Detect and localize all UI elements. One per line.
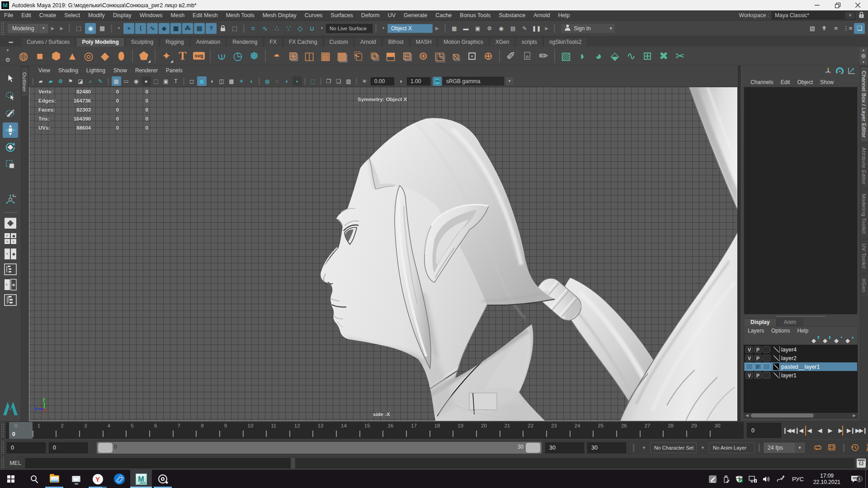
wireframe-icon[interactable]: ◻ — [187, 76, 197, 86]
menu-item[interactable]: Select — [60, 10, 84, 20]
separator[interactable] — [262, 48, 269, 64]
menu-item[interactable]: Surfaces — [326, 10, 357, 20]
side-panel-tab[interactable]: Channel Box / Layer Editor — [860, 67, 868, 142]
command-language-toggle[interactable]: MEL — [5, 460, 25, 466]
playback-start-field[interactable]: 0 — [49, 442, 88, 453]
multi-cut-icon[interactable]: ⊟ — [399, 48, 415, 64]
side-panel-tab[interactable]: XGen — [860, 274, 868, 296]
uv-cylindrical-icon[interactable]: ◗ — [574, 48, 590, 64]
channel-box-menu-item[interactable]: Show — [816, 79, 837, 85]
render-setup-icon[interactable]: ◉ — [496, 23, 507, 34]
shelf-tab[interactable]: Motion Graphics — [438, 38, 489, 47]
retopo-icon[interactable]: ▩ — [334, 48, 350, 64]
shelf-tab[interactable]: Curves / Surfaces — [21, 38, 75, 47]
chevron-down-icon[interactable]: ▼ — [318, 26, 326, 30]
remesh-icon[interactable]: ▦ — [317, 48, 334, 64]
search-button[interactable] — [22, 470, 43, 488]
multisample-icon[interactable]: ◐ — [283, 76, 292, 86]
shelf-tab[interactable]: Bifrost — [382, 38, 410, 47]
shelf-tab[interactable]: Sculpting — [125, 38, 159, 47]
image-plane-icon[interactable]: ◪ — [76, 76, 85, 86]
side-panel-tab[interactable]: Attribute Editor — [860, 143, 868, 188]
animation-end-field[interactable]: 30 — [587, 442, 626, 453]
select-component-icon[interactable]: ▦ — [97, 23, 108, 34]
layout-split-pane[interactable]: +◆ — [3, 278, 18, 291]
chevron-down-icon[interactable]: ▼ — [505, 77, 514, 85]
panel-menu-item[interactable]: Shading — [54, 67, 82, 74]
separator[interactable] — [496, 48, 503, 64]
edit-edge-flow-icon[interactable]: ⌻ — [519, 48, 535, 64]
separator[interactable] — [207, 48, 213, 64]
camera-attributes-icon[interactable]: ⚙ — [56, 76, 66, 86]
stylus-icon[interactable] — [777, 475, 784, 483]
windows-defender-icon[interactable] — [736, 475, 743, 483]
uv-planar-icon[interactable]: ▧ — [558, 48, 574, 64]
menu-item[interactable]: Mesh Tools — [222, 10, 259, 20]
animation-preferences-icon[interactable] — [850, 442, 861, 453]
shelf-tab[interactable]: Rigging — [160, 38, 190, 47]
command-output[interactable] — [296, 458, 854, 468]
isolate-select-icon[interactable]: ⬚ — [308, 76, 318, 86]
default-material-icon[interactable]: ▩ — [227, 76, 236, 86]
corner-icon[interactable]: ◳ — [431, 48, 448, 64]
uv-contour-icon[interactable]: ∿ — [623, 48, 639, 64]
xray-icon[interactable]: ▪ — [292, 76, 302, 86]
commandline-drag-handle[interactable] — [0, 457, 5, 469]
expand-arrow-icon[interactable]: ▶ — [48, 26, 57, 31]
bookmark-icon[interactable]: ⚑ — [66, 76, 75, 86]
poly-torus-icon[interactable]: ◎ — [80, 48, 97, 64]
layer-visibility-toggle[interactable]: V — [745, 355, 753, 361]
auto-keyframe-icon[interactable]: ⚙ — [864, 442, 868, 453]
menu-item[interactable]: Display — [109, 10, 136, 20]
rotate-tool[interactable] — [3, 140, 18, 155]
custom-manipulator-tool[interactable] — [3, 192, 18, 207]
anim-layer-selector[interactable]: No Anim Layer — [709, 442, 755, 453]
layout-two-pane[interactable]: +◆ — [3, 247, 18, 261]
timeline[interactable]: 0 0 123456789101112131415161718192021222… — [6, 422, 744, 439]
playback-range-bar[interactable]: 0 30 — [97, 442, 542, 454]
uv-optimize-icon[interactable]: ✖ — [656, 48, 672, 64]
layer-move-down-icon[interactable]: ◆⬇ — [823, 337, 831, 343]
circularize-icon[interactable]: ⊛ — [415, 48, 431, 64]
layer-visibility-toggle[interactable] — [745, 363, 753, 370]
color-management-toggle[interactable]: ON — [433, 77, 442, 86]
panel-resize-handle[interactable] — [738, 66, 741, 421]
snap-curve-icon[interactable]: ∿ — [259, 23, 270, 34]
menu-item[interactable]: Bonus Tools — [456, 10, 495, 20]
uv-automatic-icon[interactable]: ⬙ — [607, 48, 623, 64]
character-set-selector[interactable]: No Character Set — [650, 442, 697, 453]
exposure-field[interactable]: 0.00 — [371, 77, 394, 85]
mask-deformers-icon[interactable]: ▩ — [170, 23, 181, 34]
select-hierarchy-icon[interactable]: ⬚ — [73, 23, 84, 34]
mask-misc-icon[interactable]: ? — [206, 23, 217, 34]
mask-surfaces-icon[interactable]: ◈ — [159, 23, 170, 34]
shelf-tab[interactable]: Rendering — [226, 38, 263, 47]
script-editor-icon[interactable]: {;} — [857, 459, 866, 468]
playback-end-field[interactable]: 30 — [545, 442, 584, 453]
layer-color-swatch[interactable] — [773, 363, 780, 370]
sphere-project-icon[interactable]: ⊕ — [480, 48, 496, 64]
step-back-frame-icon[interactable]: ❙◀ — [793, 424, 804, 437]
layer-display-type-toggle[interactable] — [763, 346, 770, 353]
play-forwards-icon[interactable]: ▶ — [825, 424, 835, 437]
pan-zoom-icon[interactable]: ⌕ — [86, 76, 95, 86]
channel-box-toggle-icon[interactable]: ≡ — [830, 23, 841, 34]
symmetry-field[interactable]: Object X — [387, 24, 433, 33]
battlenet-button[interactable] — [108, 470, 130, 488]
render-frame-icon[interactable]: ▬ — [461, 23, 472, 34]
sculpt-tool-icon[interactable]: ✏ — [535, 48, 552, 64]
snap-plane-icon[interactable]: ◇ — [295, 23, 306, 34]
layer-playback-toggle[interactable]: P — [754, 372, 762, 379]
quad-draw-icon[interactable]: ⧅ — [448, 48, 464, 64]
combine-icon[interactable]: ⊞ — [285, 48, 301, 64]
layer-editor-menu-item[interactable]: Options — [768, 328, 793, 334]
paste-snapshot-icon[interactable]: ❏ — [334, 76, 344, 86]
chevron-down-icon[interactable]: ▼ — [701, 446, 705, 450]
workspace-selector[interactable]: Maya Classic* ▼ — [772, 11, 855, 19]
layer-display-type-toggle[interactable] — [763, 372, 770, 379]
snowflake-zero-icon[interactable]: ❅ — [246, 48, 262, 64]
workspace-lock-icon[interactable] — [857, 12, 865, 19]
motion-blur-icon[interactable]: ◌ — [273, 76, 282, 86]
menu-item[interactable]: Curves — [301, 10, 327, 20]
layer-create-icon[interactable]: ◆+ — [834, 337, 842, 343]
